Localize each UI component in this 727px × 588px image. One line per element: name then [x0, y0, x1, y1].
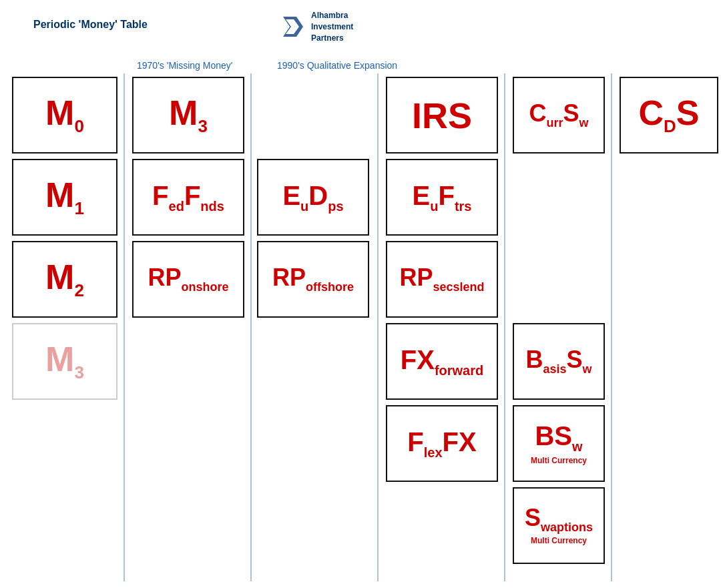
cell-CdS: CDS: [620, 77, 718, 154]
cell-FlexFX: FlexFX: [386, 405, 498, 482]
page-title: Periodic 'Money' Table: [33, 19, 148, 31]
vline-2: [250, 73, 252, 581]
cell-RPonshore: RPonshore: [132, 241, 244, 318]
cell-FedFnds: FedFnds: [132, 159, 244, 236]
cell-Swaptions: Swaptions Multi Currency: [513, 487, 605, 564]
cell-IRS: IRS: [386, 77, 498, 154]
cell-M2: M2: [12, 241, 117, 318]
cell-BSw: BSw Multi Currency: [513, 405, 605, 482]
cell-EuFtrs: EuFtrs: [386, 159, 498, 236]
logo-area: AlhambraInvestmentPartners: [280, 10, 353, 43]
logo-icon: [280, 14, 306, 39]
vline-4: [504, 73, 505, 581]
vline-1: [124, 73, 125, 581]
cell-M3-faded: M3: [12, 323, 117, 400]
cell-RPoffshore: RPoffshore: [257, 241, 369, 318]
cell-FXforward: FXforward: [386, 323, 498, 400]
vline-3: [377, 73, 379, 581]
cell-M1: M1: [12, 159, 117, 236]
section-label-missing-money: 1970's 'Missing Money': [137, 60, 232, 71]
cell-BasisSw: BasisSw: [513, 323, 605, 400]
cell-M0: M0: [12, 77, 117, 154]
logo-text: AlhambraInvestmentPartners: [311, 10, 353, 43]
section-label-qualitative: 1990's Qualitative Expansion: [277, 60, 397, 71]
vline-5: [611, 73, 612, 581]
cell-CurrSw: CurrSw: [513, 77, 605, 154]
cell-EuDps: EuDps: [257, 159, 369, 236]
cell-RPsecslend: RPsecslend: [386, 241, 498, 318]
cell-M3: M3: [132, 77, 244, 154]
